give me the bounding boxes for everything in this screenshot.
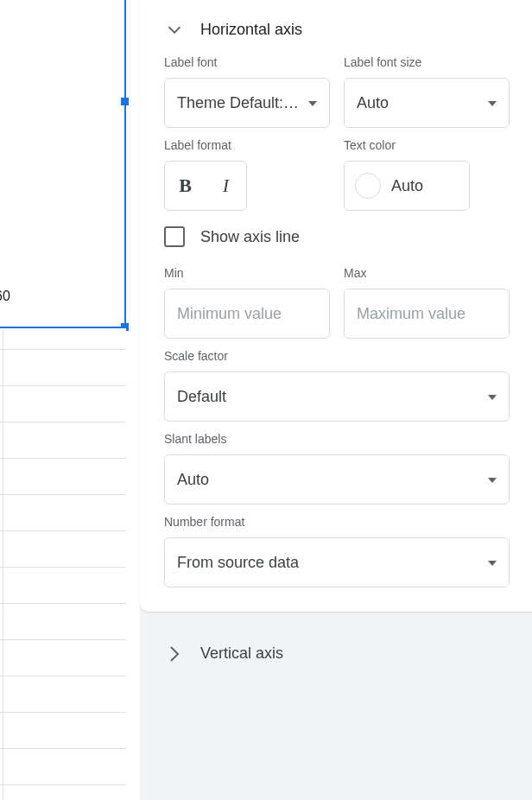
number-format-select[interactable]: From source data <box>164 537 510 587</box>
dropdown-caret-icon <box>308 97 317 109</box>
scale-factor-label: Scale factor <box>164 349 510 363</box>
min-label: Min <box>164 266 330 280</box>
dropdown-caret-icon <box>488 390 497 403</box>
bold-button[interactable]: B <box>165 162 206 210</box>
vertical-axis-header[interactable]: Vertical axis <box>140 631 532 676</box>
label-font-size-label: Label font size <box>344 55 510 69</box>
svg-marker-0 <box>308 101 317 106</box>
label-font-label: Label font <box>164 55 330 69</box>
slant-labels-select[interactable]: Auto <box>164 454 510 505</box>
label-format-group: B I <box>164 161 247 211</box>
svg-marker-1 <box>488 101 497 106</box>
label-font-size-select[interactable]: Auto <box>344 78 510 128</box>
selection-handle-right[interactable] <box>121 98 129 105</box>
chart-editor-sidebar: Horizontal axis Label font Theme Default… <box>140 0 532 800</box>
max-label: Max <box>344 266 510 280</box>
dropdown-caret-icon <box>488 473 497 486</box>
label-font-select[interactable]: Theme Default:… <box>164 78 330 128</box>
horizontal-axis-title: Horizontal axis <box>200 21 302 39</box>
slant-labels-label: Slant labels <box>164 432 510 446</box>
label-font-size-value: Auto <box>357 94 389 112</box>
min-input[interactable] <box>164 289 330 339</box>
chevron-down-icon <box>164 19 185 40</box>
show-axis-line-checkbox[interactable] <box>164 226 185 247</box>
chevron-right-icon <box>164 645 185 663</box>
text-color-select[interactable]: Auto <box>344 161 470 211</box>
horizontal-axis-panel: Horizontal axis Label font Theme Default… <box>140 0 532 612</box>
text-color-value: Auto <box>391 177 423 195</box>
dropdown-caret-icon <box>488 556 497 568</box>
svg-marker-5 <box>488 561 497 566</box>
label-font-value: Theme Default:… <box>177 94 299 112</box>
chart-y-tick-label: 60 <box>0 289 10 304</box>
show-axis-line-label: Show axis line <box>200 228 300 246</box>
svg-marker-3 <box>488 395 497 400</box>
svg-marker-4 <box>488 478 497 483</box>
vertical-axis-title: Vertical axis <box>200 644 283 663</box>
label-format-label: Label format <box>164 138 330 152</box>
number-format-label: Number format <box>164 515 510 529</box>
worksheet-slice: 60 <box>0 0 140 800</box>
max-input[interactable] <box>344 289 510 339</box>
scale-factor-select[interactable]: Default <box>164 371 510 422</box>
horizontal-axis-header[interactable]: Horizontal axis <box>164 7 510 55</box>
italic-button[interactable]: I <box>206 162 246 210</box>
chart-selection-box[interactable]: 60 <box>0 0 126 328</box>
spreadsheet-grid[interactable] <box>0 328 126 800</box>
text-color-label: Text color <box>344 138 510 152</box>
color-swatch-icon <box>355 173 381 199</box>
slant-labels-value: Auto <box>177 471 209 489</box>
dropdown-caret-icon <box>488 97 497 109</box>
number-format-value: From source data <box>177 554 299 572</box>
scale-factor-value: Default <box>177 388 226 406</box>
